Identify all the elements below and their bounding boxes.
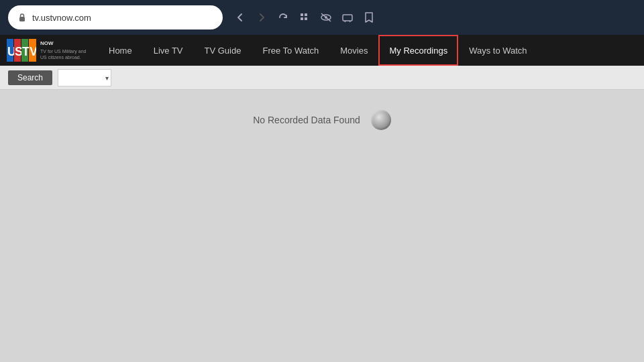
logo-tagline: NOW TV for US Military and US citizens a… (40, 40, 87, 60)
nav-item-movies[interactable]: Movies (329, 35, 378, 66)
svg-rect-1 (301, 13, 303, 16)
site-nav: U S T V NOW TV for US Military and US ci… (0, 35, 644, 66)
browser-nav-buttons (231, 8, 378, 27)
forward-button[interactable] (252, 8, 271, 27)
svg-rect-8 (343, 15, 352, 21)
nav-items: Home Live TV TV Guide Free To Watch Movi… (98, 35, 637, 66)
svg-text:T: T (22, 45, 30, 58)
address-text: tv.ustvnow.com (32, 13, 91, 23)
svg-rect-2 (305, 13, 307, 16)
no-data-message: No Recorded Data Found (253, 115, 360, 125)
nav-item-live-tv[interactable]: Live TV (143, 35, 194, 66)
nav-item-tv-guide[interactable]: TV Guide (194, 35, 252, 66)
svg-line-10 (350, 21, 350, 22)
toolbar: Search All Series Movies ▾ (0, 66, 644, 90)
main-content: No Recorded Data Found (0, 90, 644, 362)
logo: U S T V (7, 39, 36, 62)
tv-button[interactable] (338, 8, 357, 27)
svg-rect-0 (19, 17, 25, 21)
address-bar[interactable]: tv.ustvnow.com (8, 5, 223, 29)
svg-line-9 (345, 21, 345, 22)
back-button[interactable] (231, 8, 250, 27)
svg-rect-3 (301, 17, 303, 20)
reload-button[interactable] (274, 8, 292, 27)
loading-spinner (371, 110, 391, 130)
lock-icon (17, 13, 27, 22)
browser-chrome: tv.ustvnow.com (0, 0, 644, 35)
search-button[interactable]: Search (8, 70, 52, 85)
nav-item-ways-to-watch[interactable]: Ways to Watch (458, 35, 537, 66)
nav-item-home[interactable]: Home (98, 35, 143, 66)
eye-slash-button[interactable] (317, 8, 335, 27)
no-data-container: No Recorded Data Found (253, 110, 391, 130)
bookmark-button[interactable] (360, 8, 378, 27)
filter-dropdown[interactable]: All Series Movies (58, 69, 111, 86)
nav-item-my-recordings[interactable]: My Recordings (378, 35, 458, 66)
svg-text:V: V (30, 45, 36, 58)
logo-container: U S T V NOW TV for US Military and US ci… (7, 39, 87, 62)
apps-button[interactable] (295, 8, 314, 27)
filter-dropdown-wrapper: All Series Movies ▾ (58, 69, 111, 86)
nav-item-free-to-watch[interactable]: Free To Watch (252, 35, 329, 66)
svg-rect-4 (305, 17, 307, 20)
